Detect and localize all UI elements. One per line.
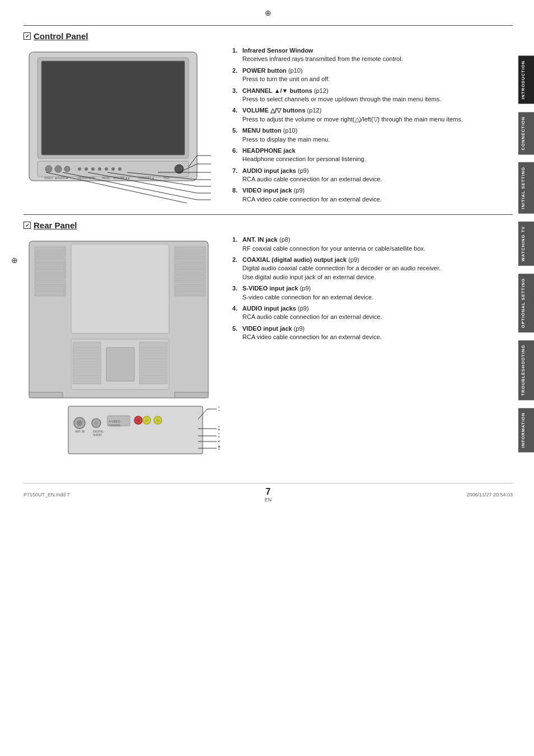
footer-date: 2006/11/27 20:54:03 <box>466 492 513 497</box>
rear-item-3-desc: S-video cable connection for an external… <box>242 294 373 300</box>
item-8-ref: (p9) <box>294 187 305 194</box>
rear-panel-diagram: S-VIDEO COAXIAL ANT. IN DIGITAL AUDIO <box>24 236 222 472</box>
control-item-5: MENU button (p10) Press to display the m… <box>232 126 513 144</box>
rear-item-4: AUDIO input jacks (p9) RCA audio cable c… <box>232 304 513 322</box>
rear-item-1-ref: (p8) <box>279 236 291 243</box>
control-item-3: CHANNEL ▲/▼ buttons (p12) Press to selec… <box>232 87 513 104</box>
tab-information[interactable]: INFORMATION <box>518 408 534 452</box>
rear-item-1-title: ANT. IN jack <box>242 236 278 243</box>
rear-item-5-title: VIDEO input jack <box>242 325 292 332</box>
svg-text:MENU: MENU <box>102 176 110 180</box>
control-item-2: POWER button (p10) Press to turn the uni… <box>232 67 513 84</box>
rear-item-2-desc2: Use digital audio input jack of an exter… <box>242 274 376 280</box>
rear-panel-items: ANT. IN jack (p8) RF coaxial cable conne… <box>232 236 513 341</box>
svg-point-10 <box>98 167 101 171</box>
svg-point-13 <box>118 167 121 171</box>
item-8-desc: RCA video cable connection for an extern… <box>242 196 382 203</box>
control-panel-title: Control Panel <box>34 31 88 41</box>
rear-item-2-desc: Digital audio coaxial cable connection f… <box>242 265 441 271</box>
svg-text:ANT. IN: ANT. IN <box>75 430 85 433</box>
svg-text:VIDEO: VIDEO <box>44 176 53 180</box>
svg-rect-61 <box>175 275 205 279</box>
svg-point-109 <box>145 419 148 422</box>
item-7-title: AUDIO input jacks <box>242 167 296 174</box>
item-8-title: VIDEO input jack <box>242 187 292 194</box>
svg-point-107 <box>137 419 140 422</box>
svg-point-11 <box>105 167 108 171</box>
svg-rect-64 <box>175 292 205 296</box>
item-6-desc: Headphone connection for personal listen… <box>242 156 366 162</box>
control-item-1: Infrared Sensor Window Receives infrared… <box>232 46 513 64</box>
svg-point-5 <box>55 166 62 172</box>
rear-panel-svg: S-VIDEO COAXIAL ANT. IN DIGITAL AUDIO <box>24 236 219 471</box>
control-panel-layout: VIDEO ◄AUDIO► HEADPHONE MENU VOLUME◄► CH… <box>24 46 513 206</box>
top-divider <box>24 25 513 26</box>
item-2-title: POWER button <box>242 67 287 74</box>
svg-text:5: 5 <box>218 445 219 451</box>
svg-rect-51 <box>35 269 65 274</box>
page-number-area: 7 EN <box>265 487 272 503</box>
svg-rect-48 <box>35 252 65 257</box>
control-panel-list: Infrared Sensor Window Receives infrared… <box>232 46 513 206</box>
svg-point-7 <box>78 167 81 171</box>
item-3-desc: Press to select channels or move up/down… <box>242 96 441 102</box>
rear-item-1-desc: RF coaxial cable connection for your ant… <box>242 245 425 252</box>
tab-optional-setting[interactable]: OPTIONAL SETTING <box>518 274 534 332</box>
svg-rect-47 <box>35 247 65 251</box>
svg-rect-52 <box>35 275 65 279</box>
rear-item-3: S-VIDEO input jack (p9) S-video cable co… <box>232 284 513 302</box>
svg-rect-56 <box>175 247 205 251</box>
item-5-ref: (p10) <box>283 127 298 134</box>
rear-item-2-title: COAXIAL (digital audio) output jack <box>242 256 346 263</box>
svg-point-100 <box>77 420 82 426</box>
control-panel-diagram: VIDEO ◄AUDIO► HEADPHONE MENU VOLUME◄► CH… <box>24 46 222 204</box>
left-reg-mark: ⊕ <box>11 256 18 265</box>
svg-text:COAXIAL: COAXIAL <box>109 424 121 427</box>
tab-connection[interactable]: CONNECTION <box>518 112 534 154</box>
tab-initial-setting[interactable]: INITIAL SETTING <box>518 162 534 214</box>
svg-rect-58 <box>175 258 205 262</box>
svg-rect-63 <box>175 286 205 290</box>
svg-rect-2 <box>41 61 185 155</box>
item-5-title: MENU button <box>242 127 282 134</box>
tab-introduction[interactable]: INTRODUCTION <box>518 56 534 104</box>
rear-item-2-ref: (p9) <box>348 256 359 263</box>
svg-rect-59 <box>175 264 205 268</box>
svg-rect-62 <box>175 280 205 285</box>
svg-rect-60 <box>175 269 205 274</box>
footer-file: P7150UT_EN.indd 7 <box>24 492 70 497</box>
svg-point-12 <box>111 167 115 171</box>
item-6-title: HEADPHONE jack <box>242 147 296 154</box>
svg-point-102 <box>95 421 98 425</box>
rear-panel-list: ANT. IN jack (p8) RF coaxial cable conne… <box>232 236 513 344</box>
item-5-desc: Press to display the main menu. <box>242 136 330 143</box>
control-panel-svg: VIDEO ◄AUDIO► HEADPHONE MENU VOLUME◄► CH… <box>24 46 214 203</box>
svg-point-4 <box>45 166 52 172</box>
item-7-desc: RCA audio cable connection for an extern… <box>242 176 382 182</box>
tab-troubleshooting[interactable]: TROUBLESHOOTING <box>518 340 534 400</box>
item-3-title: CHANNEL ▲/▼ buttons <box>242 87 312 94</box>
svg-rect-50 <box>35 264 65 268</box>
control-panel-checkbox: ✓ <box>24 32 31 40</box>
middle-divider <box>24 214 513 215</box>
svg-point-9 <box>91 167 95 171</box>
side-navigation: INTRODUCTION CONNECTION INITIAL SETTING … <box>518 56 534 452</box>
item-4-desc: Press to adjust the volume or move right… <box>242 116 463 123</box>
svg-text:4: 4 <box>218 438 219 444</box>
rear-item-5: VIDEO input jack (p9) RCA video cable co… <box>232 325 513 342</box>
svg-rect-96 <box>29 392 63 398</box>
rear-item-5-ref: (p9) <box>294 325 305 332</box>
svg-rect-65 <box>71 244 169 334</box>
svg-rect-97 <box>175 392 208 398</box>
svg-text:S-VIDEO: S-VIDEO <box>109 420 120 423</box>
svg-rect-81 <box>106 348 134 381</box>
rear-item-3-ref: (p9) <box>300 285 311 292</box>
item-3-ref: (p12) <box>314 87 329 94</box>
svg-text:AUDIO: AUDIO <box>93 433 102 436</box>
page-en: EN <box>265 497 272 503</box>
item-4-ref: (p12) <box>307 107 322 114</box>
tab-watching-tv[interactable]: WATCHING TV <box>518 222 534 266</box>
item-1-desc: Receives infrared rays transmitted from … <box>242 55 403 62</box>
page-number: 7 <box>265 487 272 497</box>
svg-text:1: 1 <box>218 406 219 412</box>
